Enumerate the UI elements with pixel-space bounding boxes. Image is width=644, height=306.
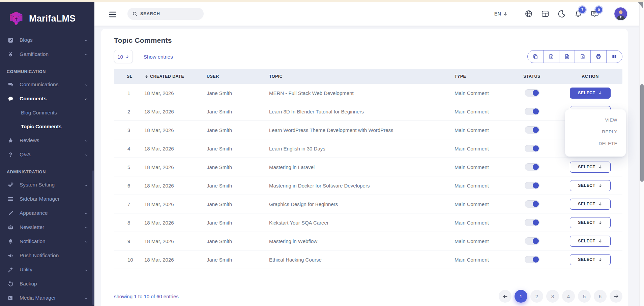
entries-summary: showing 1 to 10 of 60 entries [114, 294, 179, 299]
status-toggle[interactable] [525, 145, 539, 152]
sidebar-item-utility[interactable]: Utility [0, 263, 94, 277]
sidebar-scrollbar[interactable] [92, 170, 94, 305]
cell-user: Jane Smith [201, 90, 263, 96]
per-page-select[interactable]: 10 [114, 50, 133, 63]
pagination-page-3[interactable]: 3 [546, 290, 559, 303]
sidebar-item-label: Utility [20, 267, 32, 273]
column-header-user[interactable]: USER [201, 74, 263, 79]
globe-icon [524, 9, 533, 18]
status-toggle[interactable] [525, 237, 539, 245]
export-csv-export-button[interactable] [559, 50, 575, 63]
cell-sl: 9 [114, 238, 138, 244]
pagination-page-6[interactable]: 6 [594, 290, 607, 303]
search-box[interactable] [127, 8, 204, 20]
cell-sl: 6 [114, 183, 138, 189]
select-action-button[interactable]: SELECT [570, 217, 611, 228]
pagination-next-button[interactable] [610, 290, 622, 303]
select-action-button[interactable]: SELECT [570, 236, 611, 247]
cell-sl: 7 [114, 201, 138, 207]
messages-button[interactable]: 0 [590, 9, 599, 18]
column-header-action[interactable]: ACTION [558, 74, 622, 79]
sidebar-item-backup[interactable]: Backup [0, 277, 94, 291]
dark-mode-button[interactable] [557, 9, 566, 18]
globe-button[interactable] [524, 9, 533, 18]
cell-created-date: 18 Mar, 2026 [138, 257, 201, 263]
cell-user: Jane Smith [201, 238, 263, 244]
table-row: 918 Mar, 2026Jane SmithMastering in Webf… [114, 232, 622, 250]
sidebar-item-q-a[interactable]: Q&A [0, 147, 94, 162]
sidebar-item-comments[interactable]: Comments [0, 92, 94, 106]
cell-type: Main Comment [448, 238, 506, 244]
table-row: 418 Mar, 2026Jane SmithLearn English in … [114, 139, 622, 158]
action-menu-item-reply[interactable]: REPLY [565, 126, 626, 138]
status-toggle[interactable] [525, 126, 539, 134]
arrow-left-icon [502, 294, 508, 299]
column-header-sl[interactable]: SL [114, 74, 138, 79]
chevron-down-arrow-icon [598, 239, 603, 243]
chevron-down-icon [84, 268, 88, 272]
layout-card-button[interactable] [541, 9, 550, 18]
column-header-topic[interactable]: TOPIC [263, 74, 448, 79]
status-toggle[interactable] [525, 200, 539, 208]
status-toggle[interactable] [525, 182, 539, 189]
avatar[interactable] [614, 7, 627, 20]
status-toggle[interactable] [525, 163, 539, 171]
select-action-button[interactable]: SELECT [570, 162, 611, 173]
table-row: 618 Mar, 2026Jane SmithMastering in Dock… [114, 176, 622, 195]
select-action-button[interactable]: SELECT [570, 180, 611, 191]
pagination-prev-button[interactable] [499, 290, 511, 303]
scrollbar-thumb[interactable] [640, 84, 644, 182]
pagination-page-5[interactable]: 5 [578, 290, 591, 303]
badge: 7 [579, 6, 586, 13]
language-selector[interactable]: EN [494, 11, 508, 16]
select-action-button[interactable]: SELECT [570, 88, 611, 99]
sidebar: MarifaLMS BlogsGamificationCOMMUNICATION… [0, 2, 94, 306]
sidebar-item-push-notification[interactable]: Push Notification [0, 248, 94, 263]
status-toggle[interactable] [525, 89, 539, 97]
cell-created-date: 18 Mar, 2026 [138, 164, 201, 170]
comments-table: SLCREATED DATEUSERTOPICTYPESTATUSACTION … [114, 69, 622, 269]
column-header-created-date[interactable]: CREATED DATE [138, 74, 201, 79]
cell-action: SELECT [558, 88, 622, 99]
sidebar-item-notification[interactable]: Notification [0, 234, 94, 248]
bars-icon [7, 196, 14, 202]
select-action-button[interactable]: SELECT [570, 254, 611, 265]
search-input[interactable] [140, 11, 198, 16]
status-toggle[interactable] [525, 108, 539, 115]
sidebar-item-media-manager[interactable]: Media Manager [0, 291, 94, 305]
notifications-button[interactable]: 7 [574, 9, 583, 18]
sidebar-item-label: Blogs [20, 37, 33, 43]
column-header-status[interactable]: STATUS [506, 74, 558, 79]
cell-topic: Learn 3D In Blender Tutorial for Beginne… [263, 109, 448, 114]
column-header-type[interactable]: TYPE [448, 74, 506, 79]
sidebar-item-gamification[interactable]: Gamification [0, 47, 94, 61]
sidebar-item-reviews[interactable]: Reviews [0, 133, 94, 147]
page-scrollbar[interactable] [639, 2, 644, 306]
pagination-page-2[interactable]: 2 [530, 290, 543, 303]
copy-export-button[interactable] [528, 50, 543, 63]
action-menu-item-view[interactable]: VIEW [565, 114, 626, 126]
copy-icon [532, 54, 538, 60]
chevron-down-icon [84, 226, 88, 230]
export-pdf-export-button[interactable] [575, 50, 590, 63]
cell-created-date: 18 Mar, 2026 [138, 220, 201, 226]
hamburger-menu-icon[interactable] [109, 10, 117, 17]
sidebar-item-blogs[interactable]: Blogs [0, 33, 94, 47]
sidebar-subitem-topic-comments[interactable]: Topic Comments [0, 120, 94, 133]
sidebar-item-sidebar-manager[interactable]: Sidebar Manager [0, 192, 94, 206]
status-toggle[interactable] [525, 219, 539, 226]
sidebar-item-system-setting[interactable]: System Setting [0, 178, 94, 192]
sidebar-item-newsletter[interactable]: Newsletter [0, 220, 94, 234]
action-menu-item-delete[interactable]: DELETE [565, 138, 626, 149]
sidebar-item-communications[interactable]: Communications [0, 77, 94, 92]
print-export-button[interactable] [590, 50, 606, 63]
status-toggle[interactable] [525, 256, 539, 263]
select-action-button[interactable]: SELECT [570, 199, 611, 210]
sidebar-item-appearance[interactable]: Appearance [0, 206, 94, 220]
pagination-page-4[interactable]: 4 [562, 290, 575, 303]
pagination-page-1[interactable]: 1 [515, 290, 527, 303]
columns-export-button[interactable] [606, 50, 622, 63]
sidebar-subitem-blog-comments[interactable]: Blog Comments [0, 106, 94, 120]
brand[interactable]: MarifaLMS [0, 2, 94, 33]
export-excel-export-button[interactable] [543, 50, 559, 63]
